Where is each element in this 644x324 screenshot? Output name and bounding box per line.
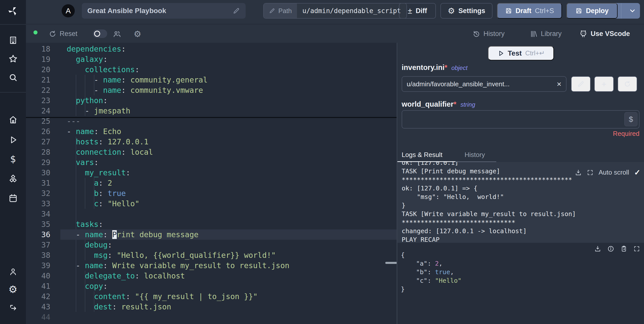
search-icon[interactable] <box>8 73 18 82</box>
workspace-building-icon[interactable] <box>9 36 18 45</box>
test-shortcut: Ctrl+↵ <box>525 49 545 57</box>
logs-output[interactable]: ok: [127.0.0.1]TASK [Print debug message… <box>397 162 644 243</box>
code-line-27[interactable]: 27 hosts: 127.0.0.1 <box>26 137 397 147</box>
info-icon[interactable] <box>607 245 614 252</box>
edit-resource-pencil-button[interactable] <box>571 76 591 92</box>
library-button[interactable]: Library <box>530 25 562 43</box>
windmill-logo-icon[interactable] <box>8 6 18 16</box>
code-line-19[interactable]: 19 galaxy: <box>26 54 397 64</box>
expand-result-icon[interactable] <box>633 246 640 252</box>
line-number: 30 <box>26 168 50 178</box>
code-editor[interactable]: 18dependencies:19 galaxy:20 collections:… <box>26 43 397 324</box>
inventory-resource-input[interactable]: u/admin/favorable_ansible_invent... × <box>402 76 566 92</box>
code-line-36[interactable]: 36 - name: Print debug message <box>26 229 397 240</box>
code-line-32[interactable]: 32 b: true <box>26 188 397 198</box>
draft-button[interactable]: Draft Ctrl+S <box>497 3 562 19</box>
deploy-split-divider <box>621 3 622 19</box>
diff-toggle[interactable] <box>93 29 107 38</box>
favorites-star-icon[interactable] <box>8 54 18 64</box>
script-title: Great Ansible Playbook <box>87 7 233 15</box>
code-line-34[interactable]: 34 <box>26 209 397 219</box>
result-output[interactable]: { "a": 2, "b": true, "c": "Hello"} <box>397 243 644 324</box>
result-json-line: } <box>401 285 462 294</box>
required-error-text: Required <box>613 130 639 138</box>
code-line-43[interactable]: 43 dest: result.json <box>26 302 397 312</box>
code-line-38[interactable]: 38 msg: "Hello, {{world_qualifier}} worl… <box>26 250 397 260</box>
editor-settings-gear-icon[interactable]: ⚙ <box>134 25 141 43</box>
code-line-35[interactable]: 35 tasks: <box>26 219 397 229</box>
account-person-icon[interactable] <box>9 267 18 276</box>
use-vscode-button[interactable]: Use VScode <box>579 25 630 43</box>
code-line-41[interactable]: 41 copy: <box>26 281 397 291</box>
deploy-button-group: Deploy <box>566 3 640 19</box>
code-line-24[interactable]: 24 - jmespath <box>26 106 397 116</box>
logout-icon[interactable] <box>9 304 18 313</box>
editor-toolbar: Reset ⚙ History Library Use VScode <box>26 25 644 43</box>
reset-button[interactable]: Reset <box>49 25 78 43</box>
sticky-scroll-separator <box>26 117 397 118</box>
inventory-resource-value: u/admin/favorable_ansible_invent... <box>407 80 554 88</box>
code-line-31[interactable]: 31 a: 2 <box>26 178 397 188</box>
variables-dollar-icon[interactable]: $ <box>10 153 16 165</box>
result-json-line: "a": 2, <box>401 259 462 268</box>
code-line-37[interactable]: 37 debug: <box>26 240 397 250</box>
code-line-20[interactable]: 20 collections: <box>26 64 397 75</box>
test-button[interactable]: Test Ctrl+↵ <box>488 46 554 60</box>
toggle-knob <box>94 31 100 37</box>
edit-title-pencil-icon[interactable] <box>233 7 240 15</box>
tab-logs-result[interactable]: Logs & Result <box>402 151 442 159</box>
download-logs-icon[interactable] <box>575 169 582 176</box>
settings-button[interactable]: ⚙ Settings <box>440 3 493 19</box>
path-field[interactable]: Path u/admin/dependable_script <box>263 3 407 19</box>
home-icon[interactable] <box>8 115 18 125</box>
line-number: 21 <box>26 75 50 85</box>
line-number: 40 <box>26 271 50 281</box>
code-line-33[interactable]: 33 c: "Hello" <box>26 198 397 209</box>
code-line-29[interactable]: 29 vars: <box>26 157 397 168</box>
code-line-39[interactable]: 39 - name: Write variable my_result to r… <box>26 260 397 271</box>
line-number: 19 <box>26 54 50 64</box>
line-number: 28 <box>26 147 50 157</box>
code-line-26[interactable]: 26- name: Echo <box>26 126 397 137</box>
auto-scroll-check-icon[interactable]: ✓ <box>634 168 640 177</box>
auto-scroll-label: Auto scroll <box>598 169 629 176</box>
code-line-23[interactable]: 23 python: <box>26 95 397 106</box>
settings-gear-icon[interactable]: ⚙ <box>9 284 18 295</box>
log-line: TASK [Print debug message] <box>402 167 576 176</box>
code-line-30[interactable]: 30 my_result: <box>26 168 397 178</box>
copy-clipboard-icon[interactable] <box>620 245 627 252</box>
deploy-dropdown-button[interactable] <box>625 3 640 19</box>
result-json: { "a": 2, "b": true, "c": "Hello"} <box>401 251 462 294</box>
add-resource-plus-button[interactable]: + <box>594 76 614 92</box>
code-line-21[interactable]: 21 - name: community.general <box>26 75 397 85</box>
history-button[interactable]: History <box>472 25 505 43</box>
collaborators-users-icon[interactable] <box>113 25 121 43</box>
expand-logs-icon[interactable] <box>587 169 593 176</box>
line-number: 33 <box>26 198 50 209</box>
variable-picker-dollar-button[interactable]: $ <box>624 112 637 126</box>
code-line-40[interactable]: 40 delegate_to: localhost <box>26 271 397 281</box>
schedules-calendar-icon[interactable] <box>8 193 18 203</box>
panel-resize-handle[interactable] <box>385 262 397 264</box>
code-line-18[interactable]: 18dependencies: <box>26 44 397 54</box>
resources-cubes-icon[interactable] <box>8 174 18 184</box>
log-line: "msg": "Hello, world!" <box>402 193 576 201</box>
code-line-44[interactable]: 44 <box>26 312 397 322</box>
code-line-22[interactable]: 22 - name: community.vmware <box>26 85 397 95</box>
diff-button[interactable]: ± Diff <box>399 3 436 19</box>
ansible-logo: A <box>62 4 75 17</box>
script-title-input[interactable]: Great Ansible Playbook <box>82 3 246 19</box>
refresh-resource-button[interactable] <box>618 76 637 92</box>
clear-x-icon[interactable]: × <box>557 80 561 88</box>
log-line: ok: [127.0.0.1] <box>402 162 576 167</box>
draft-shortcut: Ctrl+S <box>535 7 554 15</box>
line-number: 31 <box>26 178 50 188</box>
log-lines: ok: [127.0.0.1]TASK [Print debug message… <box>402 162 576 243</box>
deploy-button[interactable]: Deploy <box>566 3 618 19</box>
code-line-28[interactable]: 28 connection: local <box>26 147 397 157</box>
world-qualifier-textarea[interactable]: $ <box>402 110 639 129</box>
download-result-icon[interactable] <box>594 245 601 252</box>
tab-history[interactable]: History <box>465 151 485 159</box>
runs-play-icon[interactable] <box>8 135 18 145</box>
code-line-42[interactable]: 42 content: "{{ my_result | to_json }}" <box>26 291 397 302</box>
